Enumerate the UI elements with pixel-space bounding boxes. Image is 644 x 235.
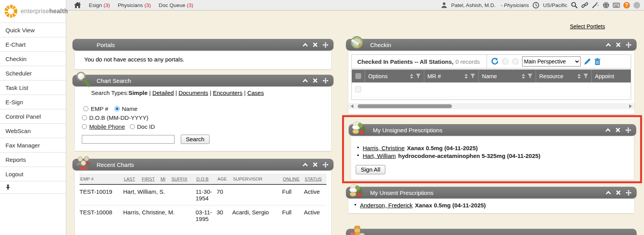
- pills-icon: [348, 183, 365, 200]
- collapse-icon[interactable]: [605, 127, 611, 133]
- move-icon[interactable]: [626, 42, 632, 48]
- rx-detail: hydrocodone-acetaminophen 5-325mg (04-11…: [398, 152, 540, 160]
- scrollbar-thumb[interactable]: [358, 104, 452, 108]
- search-button[interactable]: Search: [181, 135, 210, 144]
- col-status[interactable]: STATUS: [304, 177, 326, 181]
- move-icon[interactable]: [625, 127, 631, 133]
- table-row[interactable]: TEST-10019 Hart, William, S. 11-30-1954 …: [79, 185, 326, 205]
- sidebar-item-quick-view[interactable]: Quick View: [0, 23, 66, 37]
- collapse-icon[interactable]: [605, 190, 611, 196]
- radio-name-label[interactable]: Name: [122, 105, 138, 112]
- radio-doc-id[interactable]: [130, 124, 135, 129]
- select-all-checkbox[interactable]: [352, 70, 365, 82]
- col-mr[interactable]: MR #: [424, 70, 479, 82]
- perspective-select[interactable]: Main Perspective: [522, 56, 580, 67]
- close-icon[interactable]: [312, 42, 318, 48]
- portlet-unsigned-prescriptions: My Unsigned Prescriptions Harris, Christ…: [349, 124, 636, 180]
- col-appointment-label: Appoint: [595, 73, 614, 79]
- user-name[interactable]: Patel, Ashish, M.D.: [451, 2, 496, 8]
- search-icon[interactable]: [571, 2, 578, 9]
- user-icon: [441, 2, 448, 9]
- keyboard-icon[interactable]: [613, 2, 620, 9]
- close-icon[interactable]: [616, 42, 621, 48]
- collapse-icon[interactable]: [302, 42, 308, 48]
- help-icon[interactable]: ?: [623, 2, 630, 9]
- sidebar-item-scheduler[interactable]: Scheduler: [0, 66, 66, 80]
- col-dob[interactable]: D.O.B: [196, 177, 217, 181]
- move-icon[interactable]: [323, 42, 328, 48]
- col-appointment[interactable]: Appoint: [592, 70, 631, 82]
- cell-dob: 11-30-1954: [196, 188, 217, 202]
- move-icon[interactable]: [626, 190, 632, 196]
- collapse-icon[interactable]: [302, 78, 308, 84]
- clock-icon[interactable]: [533, 2, 540, 9]
- row-checkbox[interactable]: [355, 86, 361, 92]
- close-icon[interactable]: [312, 162, 318, 168]
- radio-emp[interactable]: [83, 106, 88, 111]
- col-name[interactable]: Name: [479, 70, 536, 82]
- col-options[interactable]: Options: [365, 70, 424, 82]
- collapse-icon[interactable]: [302, 162, 308, 168]
- col-first[interactable]: FIRST: [141, 177, 160, 181]
- collapse-icon[interactable]: [605, 42, 611, 48]
- sidebar-item-logout[interactable]: Logout: [0, 167, 66, 181]
- scroll-right-icon[interactable]: [629, 104, 632, 108]
- select-portlets-link[interactable]: Select Portlets: [570, 23, 605, 30]
- col-resource[interactable]: Resource: [536, 70, 592, 82]
- portlet-recent-charts: Recent Charts EMP # LAST FIRST MI SUFFIX…: [72, 159, 333, 235]
- move-icon[interactable]: [323, 162, 328, 168]
- radio-dob-label[interactable]: D.O.B (MM-DD-YYYY): [89, 114, 148, 121]
- radio-dob[interactable]: [82, 115, 87, 120]
- col-mi[interactable]: MI: [160, 177, 171, 181]
- next-page-icon[interactable]: [512, 58, 519, 65]
- edit-pencil-icon[interactable]: [584, 58, 591, 65]
- scroll-left-icon[interactable]: [351, 104, 353, 108]
- search-type-simple[interactable]: Simple: [129, 89, 148, 96]
- col-suffix[interactable]: SUFFIX: [171, 177, 196, 181]
- close-icon[interactable]: [616, 190, 621, 196]
- close-icon[interactable]: [312, 78, 318, 84]
- col-online[interactable]: ONLINE: [282, 177, 304, 181]
- col-last[interactable]: LAST: [123, 177, 141, 181]
- patient-link[interactable]: Harris, Christine: [363, 144, 405, 152]
- radio-name[interactable]: [115, 106, 120, 111]
- sidebar-item-reports[interactable]: Reports: [0, 152, 66, 167]
- table-row[interactable]: TEST-10008 Harris, Christine, M. 03-11-1…: [79, 205, 326, 226]
- search-type-cases[interactable]: Cases: [247, 89, 264, 96]
- sidebar-item-checkin[interactable]: Checkin: [0, 51, 66, 66]
- home-icon[interactable]: [74, 2, 81, 9]
- filter-icon: [470, 74, 475, 79]
- sidebar-item-webscan[interactable]: WebScan: [0, 123, 66, 138]
- link-icon[interactable]: [581, 2, 588, 9]
- move-icon[interactable]: [323, 78, 328, 84]
- horizontal-scrollbar[interactable]: [348, 103, 634, 109]
- portals-header: Portals: [72, 39, 333, 51]
- radio-mobile-phone[interactable]: [82, 124, 87, 129]
- topnav-esign[interactable]: Esign (3): [89, 2, 110, 8]
- search-type-documents[interactable]: Documents: [178, 89, 208, 96]
- sidebar-item-e-sign[interactable]: E-Sign: [0, 95, 66, 109]
- search-type-encounters[interactable]: Encounters: [213, 89, 242, 96]
- chart-search-input[interactable]: [82, 135, 175, 144]
- patient-link[interactable]: Hart, William: [363, 152, 396, 160]
- radio-doc-id-label[interactable]: Doc ID: [137, 123, 155, 130]
- sidebar-item-fax-manager[interactable]: Fax Manager: [0, 138, 66, 152]
- topnav-physicians[interactable]: Physicians (3): [118, 2, 151, 8]
- sidebar-item-control-panel[interactable]: Control Panel: [0, 109, 66, 123]
- radio-mobile-phone-label[interactable]: Mobile Phone: [89, 123, 125, 130]
- refresh-icon[interactable]: [491, 58, 499, 65]
- wand-icon[interactable]: [592, 2, 599, 9]
- trash-icon[interactable]: [594, 58, 601, 65]
- patient-link[interactable]: Anderson, Frederick: [360, 202, 413, 209]
- sidebar-pin-toggle[interactable]: [0, 181, 66, 194]
- sidebar-item-task-list[interactable]: Task List: [0, 80, 66, 95]
- search-type-detailed[interactable]: Detailed: [152, 89, 174, 96]
- list-item: Harris, Christine Xanax 0.5mg (04-11-202…: [357, 144, 634, 152]
- globe-icon[interactable]: [602, 2, 609, 9]
- topnav-doc-queue[interactable]: Doc Queue (3): [159, 2, 193, 8]
- prev-page-icon[interactable]: [502, 58, 509, 65]
- radio-emp-label[interactable]: EMP #: [91, 105, 108, 112]
- close-icon[interactable]: [615, 127, 621, 133]
- sidebar-item-e-chart[interactable]: E-Chart: [0, 37, 66, 51]
- sign-all-button[interactable]: Sign All: [356, 165, 385, 174]
